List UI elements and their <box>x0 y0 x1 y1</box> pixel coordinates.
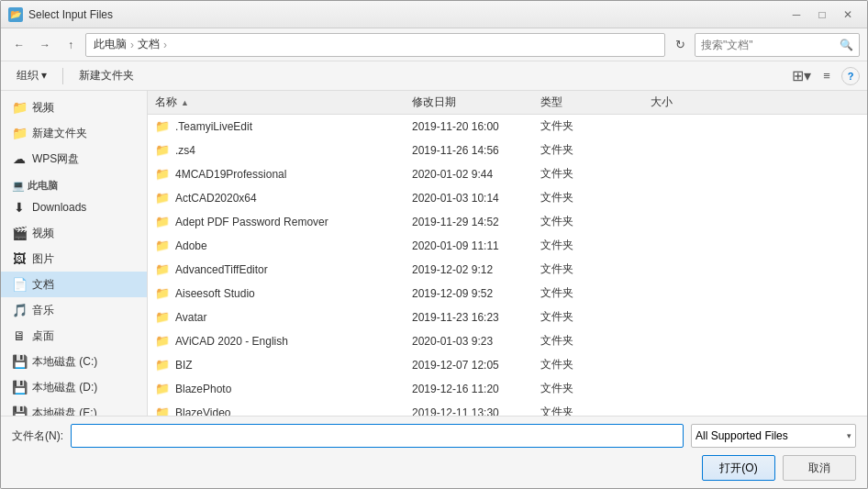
main-area: 📁 视频 📁 新建文件夹 ☁ WPS网盘 💻 此电脑 ⬇ Downloads 🎬… <box>1 91 867 416</box>
drive-icon: 💾 <box>12 354 27 369</box>
file-name: .zs4 <box>175 144 195 157</box>
section-icon: 💻 <box>12 180 25 191</box>
file-name-cell: 📁 ActCAD2020x64 <box>155 191 412 205</box>
chevron-down-icon: ▾ <box>847 431 851 440</box>
file-name-cell: 📁 Adept PDF Password Remover <box>155 215 412 228</box>
folder-icon: 📁 <box>155 310 170 324</box>
folder-icon: 📁 <box>155 191 170 205</box>
maximize-button[interactable]: □ <box>810 6 834 24</box>
window-controls: ─ □ ✕ <box>785 6 860 24</box>
music-icon: 🎵 <box>12 303 27 317</box>
file-type-cell: 文件夹 <box>540 285 651 301</box>
sidebar-item-new-folder[interactable]: 📁 新建文件夹 <box>1 120 147 146</box>
sidebar-item-label: Downloads <box>32 201 86 214</box>
sidebar: 📁 视频 📁 新建文件夹 ☁ WPS网盘 💻 此电脑 ⬇ Downloads 🎬… <box>1 91 148 416</box>
file-date-cell: 2019-12-16 11:20 <box>412 383 540 395</box>
table-row[interactable]: 📁 BIZ 2019-12-07 12:05 文件夹 <box>148 353 867 377</box>
file-name-cell: 📁 BlazeVideo <box>155 406 412 416</box>
organize-button[interactable]: 组织 ▾ <box>8 65 55 87</box>
col-header-name[interactable]: 名称 ▲ <box>155 94 412 110</box>
folder-icon: 📁 <box>155 358 170 372</box>
folder-icon: 📁 <box>155 334 170 348</box>
filetype-dropdown[interactable]: All Supported Files ▾ <box>691 424 856 448</box>
file-type-cell: 文件夹 <box>540 214 651 229</box>
cancel-button[interactable]: 取消 <box>783 455 856 481</box>
forward-button[interactable]: → <box>34 34 56 56</box>
file-name: BIZ <box>175 359 193 372</box>
file-date-cell: 2020-01-03 9:23 <box>412 335 540 348</box>
col-name-label: 名称 <box>155 94 177 110</box>
file-name: BlazePhoto <box>175 383 231 395</box>
sidebar-item-desktop[interactable]: 🖥 桌面 <box>1 323 147 349</box>
sidebar-item-label: 新建文件夹 <box>32 126 87 141</box>
table-row[interactable]: 📁 .zs4 2019-11-26 14:56 文件夹 <box>148 139 867 162</box>
table-row[interactable]: 📁 AdvancedTiffEditor 2019-12-02 9:12 文件夹 <box>148 258 867 282</box>
sidebar-item-videos[interactable]: 📁 视频 <box>1 94 147 120</box>
folder-icon: 📁 <box>155 143 170 157</box>
search-icon[interactable]: 🔍 <box>840 39 853 51</box>
table-row[interactable]: 📁 ActCAD2020x64 2020-01-03 10:14 文件夹 <box>148 186 867 210</box>
file-date-cell: 2019-11-20 16:00 <box>412 120 540 133</box>
file-name: .TeamyiLiveEdit <box>175 120 252 133</box>
search-box[interactable]: 🔍 <box>695 33 860 57</box>
sidebar-item-label: 文档 <box>32 277 54 293</box>
file-name-cell: 📁 AViCAD 2020 - English <box>155 334 412 348</box>
sidebar-item-drive-e[interactable]: 💾 本地磁盘 (E:) <box>1 400 147 416</box>
table-row[interactable]: 📁 AViCAD 2020 - English 2020-01-03 9:23 … <box>148 329 867 353</box>
view-preview-button[interactable]: ≡ <box>816 65 838 87</box>
table-row[interactable]: 📁 Avatar 2019-11-23 16:23 文件夹 <box>148 306 867 329</box>
up-button[interactable]: ↑ <box>60 34 82 56</box>
buttons-row: 打开(O) 取消 <box>12 455 856 481</box>
file-date-cell: 2020-01-02 9:44 <box>412 168 540 181</box>
sidebar-item-pictures[interactable]: 🖼 图片 <box>1 246 147 272</box>
file-area: 名称 ▲ 修改日期 类型 大小 📁 .TeamyiLiveEdit 2019-1… <box>148 91 867 416</box>
file-type-cell: 文件夹 <box>540 381 651 396</box>
sidebar-item-drive-c[interactable]: 💾 本地磁盘 (C:) <box>1 349 147 374</box>
file-date-cell: 2019-12-02 9:12 <box>412 263 540 276</box>
table-row[interactable]: 📁 4MCAD19Professional 2020-01-02 9:44 文件… <box>148 162 867 186</box>
filename-input[interactable] <box>71 424 684 448</box>
sidebar-item-music[interactable]: 🎵 音乐 <box>1 297 147 323</box>
sidebar-item-wps[interactable]: ☁ WPS网盘 <box>1 146 147 172</box>
view-details-button[interactable]: ⊞▾ <box>790 65 812 87</box>
table-row[interactable]: 📁 Aiseesoft Studio 2019-12-09 9:52 文件夹 <box>148 282 867 306</box>
back-button[interactable]: ← <box>8 34 30 56</box>
table-row[interactable]: 📁 Adobe 2020-01-09 11:11 文件夹 <box>148 234 867 258</box>
drive-icon: 💾 <box>12 406 27 416</box>
table-row[interactable]: 📁 BlazePhoto 2019-12-16 11:20 文件夹 <box>148 377 867 401</box>
file-type-cell: 文件夹 <box>540 238 651 253</box>
file-name-cell: 📁 AdvancedTiffEditor <box>155 262 412 276</box>
col-header-date[interactable]: 修改日期 <box>412 94 540 110</box>
file-name: 4MCAD19Professional <box>175 168 286 181</box>
new-folder-button[interactable]: 新建文件夹 <box>71 65 142 87</box>
bottom-area: 文件名(N): All Supported Files ▾ 打开(O) 取消 <box>1 416 867 488</box>
documents-icon: 📄 <box>12 277 27 292</box>
address-path[interactable]: 此电脑 › 文档 › <box>85 33 665 57</box>
path-documents: 文档 <box>138 37 160 52</box>
file-type-cell: 文件夹 <box>540 357 651 372</box>
sidebar-item-videos2[interactable]: 🎬 视频 <box>1 220 147 246</box>
folder-icon: 📁 <box>12 100 27 115</box>
close-button[interactable]: ✕ <box>836 6 860 24</box>
table-row[interactable]: 📁 .TeamyiLiveEdit 2019-11-20 16:00 文件夹 <box>148 115 867 139</box>
file-name-cell: 📁 .TeamyiLiveEdit <box>155 119 412 133</box>
col-header-size[interactable]: 大小 <box>651 94 860 110</box>
sidebar-item-drive-d[interactable]: 💾 本地磁盘 (D:) <box>1 374 147 400</box>
path-root: 此电脑 <box>94 37 127 52</box>
table-row[interactable]: 📁 BlazeVideo 2019-12-11 13:30 文件夹 <box>148 401 867 416</box>
minimize-button[interactable]: ─ <box>785 6 808 24</box>
table-row[interactable]: 📁 Adept PDF Password Remover 2019-11-29 … <box>148 210 867 234</box>
up-icon: ↑ <box>68 39 73 51</box>
folder-icon: 📁 <box>155 119 170 133</box>
file-name: Adept PDF Password Remover <box>175 216 328 228</box>
open-button[interactable]: 打开(O) <box>702 455 775 481</box>
pictures-icon: 🖼 <box>12 251 27 266</box>
search-input[interactable] <box>701 39 840 51</box>
sidebar-item-downloads[interactable]: ⬇ Downloads <box>1 194 147 220</box>
video-icon: 🎬 <box>12 226 27 240</box>
file-type-cell: 文件夹 <box>540 261 651 277</box>
refresh-button[interactable]: ↻ <box>669 34 691 56</box>
help-button[interactable]: ? <box>841 67 860 85</box>
sidebar-item-documents[interactable]: 📄 文档 <box>1 272 147 297</box>
col-header-type[interactable]: 类型 <box>540 94 651 110</box>
